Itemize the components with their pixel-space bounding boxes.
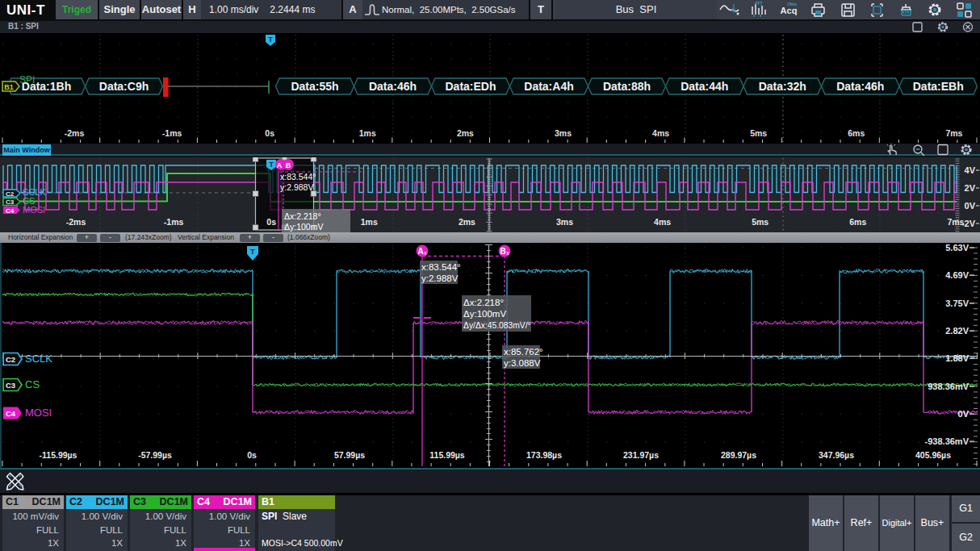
svg-text:SCLK: SCLK xyxy=(25,353,52,365)
svg-text:C3: C3 xyxy=(6,198,15,206)
svg-text:C3: C3 xyxy=(6,381,15,390)
svg-text:-57.99µs: -57.99µs xyxy=(138,450,172,460)
svg-text:MOSI: MOSI xyxy=(25,407,52,419)
svg-text:T: T xyxy=(269,161,274,169)
svg-text:405.96µs: 405.96µs xyxy=(915,450,951,460)
svg-text:0s: 0s xyxy=(266,217,276,227)
svg-text:Δy/Δx:45.083mV/°: Δy/Δx:45.083mV/° xyxy=(463,321,531,330)
svg-text:FFT: FFT xyxy=(755,1,762,6)
svg-text:6ms: 6ms xyxy=(848,128,865,138)
svg-text:0V: 0V xyxy=(958,409,970,419)
svg-text:C4: C4 xyxy=(6,207,15,215)
svg-text:Data:EDh: Data:EDh xyxy=(445,80,496,93)
svg-text:1ms: 1ms xyxy=(361,217,378,227)
svg-text:B: B xyxy=(500,247,505,256)
svg-text:SPI: SPI xyxy=(19,74,35,86)
svg-text:C2: C2 xyxy=(6,355,15,364)
svg-text:4ms: 4ms xyxy=(652,128,669,138)
svg-text:y:2.988V: y:2.988V xyxy=(421,273,459,283)
svg-text:6ms: 6ms xyxy=(849,217,866,227)
svg-text:x: x xyxy=(424,250,427,256)
svg-text:T: T xyxy=(250,247,255,256)
svg-text:3ms: 3ms xyxy=(556,217,573,227)
svg-text:-938.36mV: -938.36mV xyxy=(925,436,970,446)
svg-text:57.99µs: 57.99µs xyxy=(334,450,365,460)
svg-text:-115.99µs: -115.99µs xyxy=(40,450,77,460)
svg-text:Data:46h: Data:46h xyxy=(369,80,417,93)
svg-text:T: T xyxy=(268,35,273,44)
svg-text:2ms: 2ms xyxy=(457,128,474,138)
svg-text:C2: C2 xyxy=(6,190,15,198)
svg-text:A: A xyxy=(417,247,423,256)
svg-text:Data:A4h: Data:A4h xyxy=(524,80,573,93)
svg-text:5ms: 5ms xyxy=(752,217,769,227)
svg-text:173.98µs: 173.98µs xyxy=(526,450,562,460)
svg-text:-2ms: -2ms xyxy=(66,217,86,227)
svg-text:y:2.988V: y:2.988V xyxy=(280,182,313,192)
svg-text:B: B xyxy=(286,161,291,169)
svg-text:Acq: Acq xyxy=(781,6,798,15)
svg-text:4.69V: 4.69V xyxy=(945,270,969,280)
svg-text:x:83.544°: x:83.544° xyxy=(421,262,461,272)
svg-text:2V: 2V xyxy=(965,183,976,193)
svg-text:MOSI: MOSI xyxy=(23,205,45,215)
svg-text:x:83.544°: x:83.544° xyxy=(280,172,316,182)
svg-text:5ms: 5ms xyxy=(750,128,767,138)
svg-text:0V: 0V xyxy=(965,201,976,211)
svg-text:938.36mV: 938.36mV xyxy=(928,382,969,391)
svg-text:2ms: 2ms xyxy=(459,217,475,227)
svg-text:Data:EBh: Data:EBh xyxy=(913,80,964,93)
svg-text:347.96µs: 347.96µs xyxy=(819,450,854,460)
svg-text:4ms: 4ms xyxy=(654,217,671,227)
svg-text:A: A xyxy=(277,161,283,169)
svg-text:5.63V: 5.63V xyxy=(945,243,969,253)
svg-text:-1ms: -1ms xyxy=(162,128,182,138)
svg-text:x:85.762°: x:85.762° xyxy=(504,347,543,357)
svg-text:Data:55h: Data:55h xyxy=(291,80,338,93)
svg-text:3.75V: 3.75V xyxy=(945,298,969,308)
svg-text:115.99µs: 115.99µs xyxy=(429,450,465,460)
svg-text:Data:44h: Data:44h xyxy=(681,80,728,93)
svg-text:0s: 0s xyxy=(247,450,257,460)
svg-text:3ms: 3ms xyxy=(555,128,572,138)
svg-text:Δy:100mV: Δy:100mV xyxy=(463,309,506,319)
svg-text:Δy:100mV: Δy:100mV xyxy=(284,222,323,232)
svg-text:Data:88h: Data:88h xyxy=(603,80,651,93)
svg-text:2.82V: 2.82V xyxy=(945,326,969,336)
svg-text:231.97µs: 231.97µs xyxy=(623,450,659,460)
svg-text:4V: 4V xyxy=(965,165,976,175)
svg-text:C4: C4 xyxy=(6,409,16,418)
svg-text:y:3.088V: y:3.088V xyxy=(504,358,541,368)
svg-text:B1: B1 xyxy=(4,83,14,91)
svg-text:Δx:2.218°: Δx:2.218° xyxy=(463,298,504,307)
svg-text:Δx:2.218°: Δx:2.218° xyxy=(284,211,321,221)
svg-text:1ms: 1ms xyxy=(359,128,376,138)
svg-text:Data:32h: Data:32h xyxy=(759,80,806,93)
svg-text:Ultra: Ultra xyxy=(787,2,797,6)
svg-text:x: x xyxy=(506,250,509,256)
svg-text:7ms: 7ms xyxy=(945,128,962,138)
svg-text:-2ms: -2ms xyxy=(65,128,85,138)
svg-text:Data:C9h: Data:C9h xyxy=(99,80,149,93)
svg-text:Data:46h: Data:46h xyxy=(836,80,884,93)
svg-text:289.97µs: 289.97µs xyxy=(721,450,756,460)
svg-text:-2V: -2V xyxy=(961,219,976,228)
svg-text:CS: CS xyxy=(25,378,40,390)
svg-text:-1ms: -1ms xyxy=(164,217,184,227)
svg-text:1.88V: 1.88V xyxy=(945,353,969,363)
svg-text:0s: 0s xyxy=(265,128,274,138)
